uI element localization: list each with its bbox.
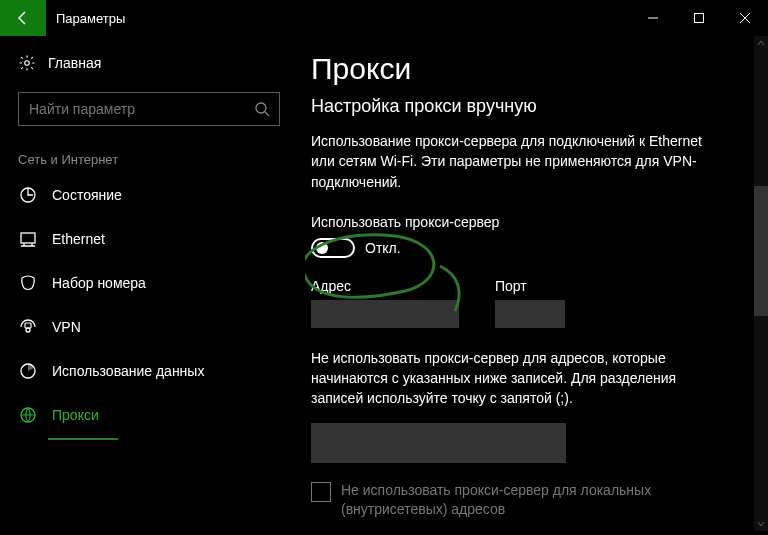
svg-point-1	[25, 61, 30, 66]
svg-point-2	[256, 103, 266, 113]
search-icon	[245, 101, 279, 117]
data-usage-icon	[18, 361, 38, 381]
section-description: Использование прокси-сервера для подключ…	[311, 131, 721, 192]
status-icon	[18, 185, 38, 205]
arrow-left-icon	[15, 10, 31, 26]
address-label: Адрес	[311, 278, 459, 294]
sidebar-item-label: VPN	[52, 319, 81, 335]
back-button[interactable]	[0, 0, 46, 36]
sidebar-item-label: Набор номера	[52, 275, 146, 291]
sidebar-item-label: Использование данных	[52, 363, 204, 379]
search-input[interactable]	[19, 101, 245, 117]
sidebar-item-label: Прокси	[52, 407, 99, 423]
toggle-state-text: Откл.	[365, 240, 401, 256]
dialup-icon	[18, 273, 38, 293]
sidebar-item-data-usage[interactable]: Использование данных	[18, 349, 305, 393]
scrollbar[interactable]	[754, 36, 768, 531]
minimize-button[interactable]	[630, 0, 676, 36]
sidebar-item-dialup[interactable]: Набор номера	[18, 261, 305, 305]
close-icon	[739, 12, 751, 24]
window-title: Параметры	[56, 11, 125, 26]
use-proxy-toggle[interactable]	[311, 238, 355, 258]
globe-icon	[18, 405, 38, 425]
page-title: Прокси	[311, 52, 748, 86]
ethernet-icon	[18, 229, 38, 249]
scroll-down-button[interactable]	[754, 517, 768, 531]
toggle-knob	[316, 242, 328, 254]
port-input[interactable]	[495, 300, 565, 328]
category-heading: Сеть и Интернет	[18, 152, 305, 167]
sidebar-item-vpn[interactable]: VPN	[18, 305, 305, 349]
gear-icon	[18, 54, 36, 72]
exclusion-input[interactable]	[311, 423, 566, 463]
maximize-button[interactable]	[676, 0, 722, 36]
svg-rect-4	[21, 233, 35, 243]
sidebar-item-proxy[interactable]: Прокси	[18, 393, 305, 437]
close-button[interactable]	[722, 0, 768, 36]
local-exclude-checkbox[interactable]	[311, 482, 331, 502]
scroll-up-button[interactable]	[754, 36, 768, 50]
sidebar-item-label: Состояние	[52, 187, 122, 203]
search-input-wrapper[interactable]	[18, 92, 280, 126]
local-exclude-label: Не использовать прокси-сервер для локаль…	[341, 481, 701, 520]
sidebar-item-ethernet[interactable]: Ethernet	[18, 217, 305, 261]
sidebar-item-label: Ethernet	[52, 231, 105, 247]
sidebar-item-status[interactable]: Состояние	[18, 173, 305, 217]
address-input[interactable]	[311, 300, 459, 328]
maximize-icon	[693, 12, 705, 24]
svg-point-5	[26, 328, 30, 332]
annotation-underline	[48, 438, 118, 440]
use-proxy-label: Использовать прокси-сервер	[311, 214, 748, 230]
home-link[interactable]: Главная	[18, 50, 305, 76]
svg-rect-6	[25, 323, 31, 328]
section-heading: Настройка прокси вручную	[311, 96, 748, 117]
svg-rect-0	[695, 14, 704, 23]
minimize-icon	[647, 12, 659, 24]
port-label: Порт	[495, 278, 565, 294]
home-label: Главная	[48, 55, 101, 71]
vpn-icon	[18, 317, 38, 337]
scrollbar-thumb[interactable]	[754, 186, 768, 316]
exclusion-description: Не использовать прокси-сервер для адресо…	[311, 348, 731, 409]
